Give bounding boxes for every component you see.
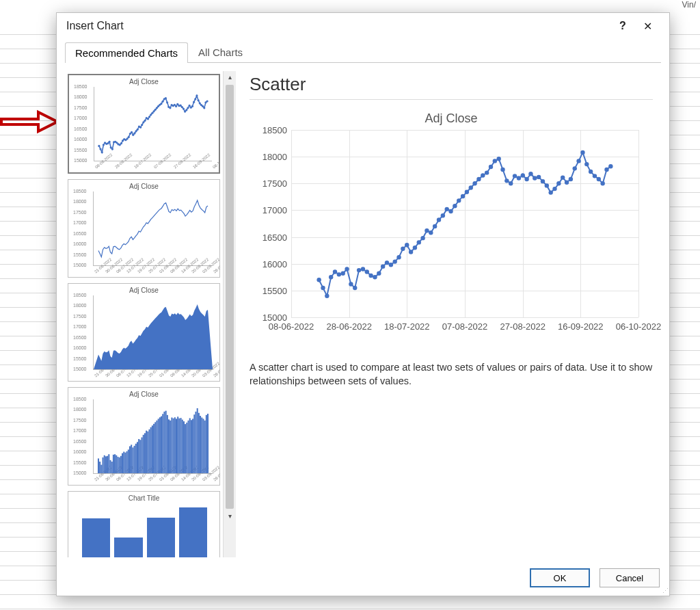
svg-point-0 [98,145,100,147]
svg-rect-140 [197,408,198,473]
svg-rect-124 [173,419,174,473]
svg-rect-116 [161,416,162,473]
svg-rect-100 [137,442,138,473]
svg-point-190 [485,170,489,174]
tab-all-charts[interactable]: All Charts [188,42,253,62]
svg-rect-132 [185,424,186,473]
chart-thumbnail[interactable]: Adj Close1850018000175001700016500160001… [68,179,220,278]
chart-plot-area: 1500015500160001650017000175001800018500… [291,130,638,317]
svg-point-38 [154,109,157,111]
svg-rect-89 [120,456,122,473]
svg-point-56 [181,106,183,108]
resize-grip-icon[interactable]: ⋰ [662,587,668,594]
svg-rect-79 [105,456,107,473]
svg-rect-121 [168,419,170,473]
thumb-title: Adj Close [72,390,215,398]
svg-point-150 [325,293,329,297]
svg-point-198 [517,176,521,180]
svg-rect-96 [131,445,132,473]
svg-point-172 [413,246,417,250]
svg-point-219 [600,181,604,185]
svg-rect-144 [202,419,204,473]
chart-thumbnail[interactable]: Adj Close1850018000175001700016500160001… [68,387,220,486]
svg-point-165 [385,261,389,265]
svg-rect-92 [124,453,126,473]
svg-rect-117 [162,414,163,473]
svg-point-73 [206,100,208,102]
svg-rect-113 [156,421,157,473]
svg-point-166 [389,263,393,267]
x-tick-label: 28-06-2022 [326,317,372,332]
scroll-thumb[interactable] [226,85,234,509]
svg-point-148 [317,278,321,282]
svg-point-171 [409,250,413,254]
svg-rect-86 [116,455,117,473]
svg-rect-84 [113,455,114,473]
svg-rect-143 [201,418,202,473]
svg-rect-146 [206,415,207,473]
svg-rect-93 [126,451,128,473]
svg-point-1 [99,148,101,150]
svg-rect-95 [129,447,131,473]
help-button[interactable]: ? [610,20,635,32]
svg-rect-91 [123,452,124,473]
scroll-up-button[interactable]: ▴ [224,71,236,83]
svg-point-160 [365,269,369,274]
tab-strip: Recommended Charts All Charts [65,42,661,62]
svg-rect-88 [119,458,120,473]
x-tick-label: 07-08-2022 [442,317,488,332]
svg-rect-101 [138,439,139,473]
ok-button[interactable]: OK [530,568,590,587]
svg-point-153 [337,272,341,276]
ribbon-fragment: Vin/ [0,0,700,10]
svg-rect-136 [191,420,192,473]
chart-thumbnail[interactable]: Adj Close1850018000175001700016500160001… [68,283,220,382]
svg-point-55 [180,105,182,107]
y-tick-label: 18000 [262,152,291,162]
svg-rect-142 [200,416,201,473]
x-tick-label: 18-07-2022 [384,317,430,332]
chart-title: Adj Close [253,111,649,126]
svg-point-61 [189,105,191,107]
svg-point-3 [103,144,105,146]
svg-rect-87 [117,457,118,473]
svg-point-22 [131,131,133,133]
svg-rect-134 [188,421,189,473]
svg-point-200 [524,177,528,181]
svg-rect-125 [174,417,176,473]
svg-point-9 [111,148,113,150]
svg-rect-97 [132,447,133,473]
red-arrow-annotation [0,109,59,134]
svg-point-183 [457,198,461,202]
x-tick-label: 06-10-2022 [616,317,662,332]
svg-point-42 [160,103,162,105]
svg-rect-126 [176,419,177,473]
svg-rect-118 [163,412,165,473]
svg-rect-105 [144,433,146,473]
svg-point-208 [556,181,561,185]
svg-rect-107 [147,432,148,473]
svg-point-154 [341,271,345,276]
thumb-title: Adj Close [73,78,215,85]
y-tick-label: 17500 [262,178,291,189]
y-tick-label: 17000 [262,205,291,215]
svg-point-156 [349,282,353,286]
cancel-button[interactable]: Cancel [600,568,660,587]
svg-rect-129 [180,418,182,473]
chart-thumbnail[interactable]: Adj Close1850018000175001700016500160001… [68,74,220,174]
tab-recommended[interactable]: Recommended Charts [65,42,188,63]
svg-rect-119 [165,411,167,473]
svg-point-202 [533,176,537,180]
svg-point-48 [169,107,171,109]
thumb-title: Adj Close [72,287,215,294]
svg-point-20 [128,136,130,138]
scrollbar[interactable]: ▴ ▾ [223,71,236,557]
scroll-down-button[interactable]: ▾ [224,510,236,522]
svg-rect-147 [207,414,208,473]
svg-point-205 [545,183,549,187]
close-button[interactable]: ✕ [635,20,660,33]
svg-point-177 [433,224,437,228]
svg-rect-137 [192,419,193,473]
svg-point-65 [194,98,196,100]
chart-thumbnail[interactable]: Chart Title [68,491,220,557]
